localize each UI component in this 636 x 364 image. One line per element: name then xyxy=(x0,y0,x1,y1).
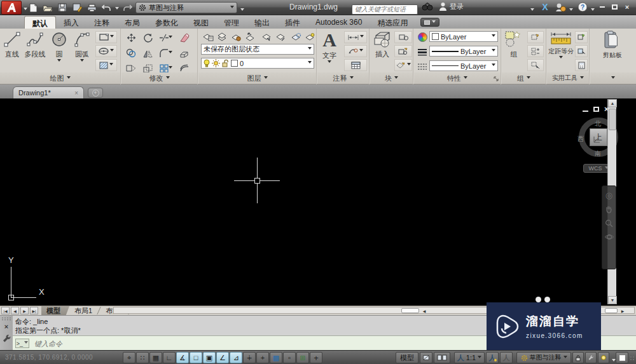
layer-unisolate-tool[interactable] xyxy=(273,30,287,43)
array-caret-icon[interactable] xyxy=(169,66,172,71)
trim-caret-icon[interactable] xyxy=(169,36,172,40)
layer-dropdown[interactable]: 0 xyxy=(201,58,314,69)
layer-match-tool[interactable] xyxy=(215,30,229,43)
toggle-lineweight[interactable]: + xyxy=(256,352,269,363)
tab-model[interactable]: 模型 xyxy=(41,306,69,315)
panel-draw-label[interactable]: 绘图 xyxy=(0,72,120,84)
toggle-selection-cycling[interactable]: ▫ xyxy=(283,352,296,363)
hatch-tool[interactable] xyxy=(95,59,117,71)
help-caret-icon[interactable] xyxy=(591,8,595,13)
layer-freeze-tool[interactable] xyxy=(289,30,303,43)
panel-clipboard-caret[interactable] xyxy=(590,72,636,84)
toggle-annotation-monitor[interactable]: ⊞ xyxy=(296,352,309,363)
panel-properties-label[interactable]: 特性 xyxy=(414,72,501,84)
panel-block-label[interactable]: 块 xyxy=(370,72,413,84)
measure-tool[interactable]: 定距等分 xyxy=(547,30,575,70)
panel-modify-label[interactable]: 修改 xyxy=(121,72,197,84)
edit-block-tool[interactable] xyxy=(394,45,412,57)
vertical-scroll-thumb[interactable] xyxy=(609,109,616,130)
toggle-object-snap[interactable]: □ xyxy=(190,352,202,363)
toggle-grid-display[interactable]: ▦ xyxy=(149,352,162,363)
prev-layout-icon[interactable]: ◀ xyxy=(11,307,19,314)
toggle-3d-object-snap[interactable]: ▣ xyxy=(203,352,216,363)
tab-autodesk360[interactable]: Autodesk 360 xyxy=(308,16,370,29)
group-selection-tool[interactable] xyxy=(527,59,544,71)
color-dropdown[interactable]: ByLayer xyxy=(429,31,498,42)
toggle-dynamic-ucs[interactable]: ∠ xyxy=(216,352,229,363)
erase-tool[interactable] xyxy=(177,32,191,44)
toggle-quick-properties[interactable]: ▩ xyxy=(270,352,282,363)
help-button[interactable]: ? xyxy=(577,2,588,12)
command-prompt-icon[interactable]: >_ xyxy=(15,339,29,348)
scroll-up-icon[interactable]: ▲ xyxy=(608,99,617,107)
workspace-switch-button[interactable]: 草图与注释 xyxy=(516,352,571,363)
group-edit-tool[interactable] xyxy=(527,45,544,57)
rotate-tool[interactable] xyxy=(141,32,155,44)
hardware-acceleration-bulb-icon[interactable] xyxy=(598,352,609,363)
text-tool[interactable]: A 文字 xyxy=(319,30,340,70)
dimension-tool[interactable] xyxy=(344,31,367,43)
close-button[interactable]: × xyxy=(621,2,633,12)
table-tool[interactable] xyxy=(344,59,367,71)
move-tool[interactable] xyxy=(124,32,138,44)
search-input[interactable] xyxy=(352,4,418,15)
tab-view[interactable]: 视图 xyxy=(186,16,216,29)
ribbon-minimize-button[interactable] xyxy=(420,18,439,27)
viewcube-north-label[interactable]: 北 xyxy=(595,119,601,128)
toggle-snap-mode[interactable]: ∷ xyxy=(136,352,149,363)
lineweight-icon[interactable] xyxy=(415,46,429,58)
insert-block-tool[interactable]: 插入 xyxy=(371,30,393,70)
model-space-button[interactable]: 模型 xyxy=(396,352,418,363)
polyline-tool[interactable]: 多段线 xyxy=(24,30,46,70)
viewport-restore-icon[interactable] xyxy=(593,107,599,112)
viewcube-west-label[interactable]: 西 xyxy=(577,135,584,144)
application-menu-button[interactable] xyxy=(1,1,22,15)
clean-screen-button[interactable] xyxy=(616,352,628,363)
open-file-button[interactable] xyxy=(41,2,54,14)
tab-insert[interactable]: 插入 xyxy=(56,16,86,29)
linetype-dropdown[interactable]: ByLayer xyxy=(429,60,498,71)
viewcube-top-face[interactable]: 上 xyxy=(590,128,607,146)
lineweight-dropdown[interactable]: ByLayer xyxy=(429,46,498,57)
drawing-quickview-icon[interactable] xyxy=(434,352,450,363)
tab-plugins[interactable]: 插件 xyxy=(277,16,308,29)
quick-calc-tool[interactable] xyxy=(575,59,588,71)
undo-history-caret-icon[interactable] xyxy=(115,7,119,11)
layer-previous-tool[interactable] xyxy=(243,30,257,43)
fillet-caret-icon[interactable] xyxy=(169,51,172,55)
block-attributes-tool[interactable] xyxy=(394,59,412,71)
toggle-dynamic-input[interactable]: ⊿ xyxy=(230,352,242,363)
annotation-scale-button[interactable]: 人 1:1 xyxy=(454,352,485,363)
tab-home[interactable]: 默认 xyxy=(24,16,56,29)
toggle-object-snap-tracking[interactable]: ∔ xyxy=(243,352,256,363)
save-as-button[interactable] xyxy=(71,2,83,14)
tab-layout[interactable]: 布局 xyxy=(117,16,148,29)
quick-measure-tool[interactable] xyxy=(575,31,588,43)
tab-output[interactable]: 输出 xyxy=(247,16,277,29)
group-tool[interactable]: 组 xyxy=(503,30,525,70)
ellipse-tool[interactable] xyxy=(95,45,117,57)
search-icon[interactable] xyxy=(422,3,433,11)
scroll-right-icon[interactable]: ▶ xyxy=(619,308,626,313)
command-drag-handle[interactable] xyxy=(1,317,11,321)
tab-manage[interactable]: 管理 xyxy=(216,16,247,29)
save-button[interactable] xyxy=(56,2,69,14)
panel-groups-label[interactable]: 组 xyxy=(502,72,546,84)
circle-caret-icon[interactable] xyxy=(57,59,61,64)
signin-button[interactable]: 登录 xyxy=(439,2,464,11)
clipboard-paste-tool[interactable]: 剪贴板 xyxy=(602,30,623,70)
workspace-flyout-caret-icon[interactable] xyxy=(240,8,244,13)
line-tool[interactable]: 直线 xyxy=(1,30,23,70)
copy-tool[interactable] xyxy=(124,47,138,59)
communication-center-icon[interactable] xyxy=(555,3,566,12)
file-tab-drawing1[interactable]: Drawing1* × xyxy=(13,86,84,98)
annotation-visibility-button[interactable]: 人 xyxy=(486,352,499,363)
drawing-canvas[interactable]: × 上 北 南 东 西 WCS ▲ ▼ ◎ Y xyxy=(0,98,636,306)
exchange-apps-icon[interactable]: X xyxy=(539,2,551,12)
tab-featured-apps[interactable]: 精选应用 xyxy=(370,16,415,29)
layout-quickview-icon[interactable] xyxy=(420,352,432,363)
create-block-tool[interactable] xyxy=(394,31,412,43)
toggle-infer-constraints[interactable]: ⌖ xyxy=(123,352,135,363)
pan-hand-icon[interactable] xyxy=(605,205,613,213)
maximize-button[interactable] xyxy=(609,2,620,12)
